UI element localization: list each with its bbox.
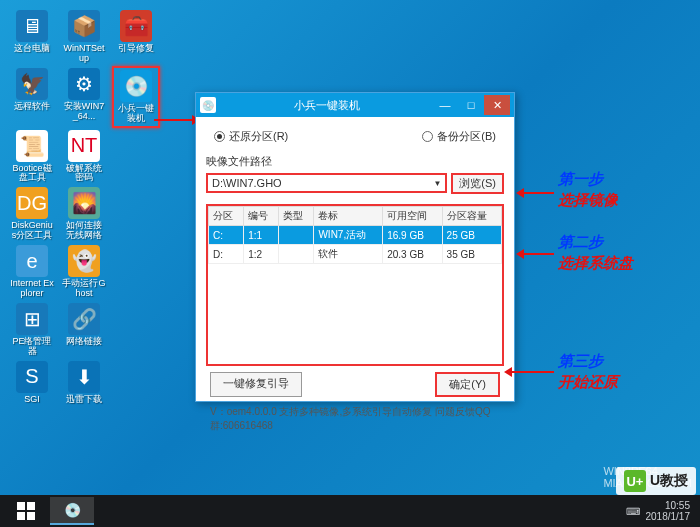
col-header[interactable]: 卷标 xyxy=(314,207,383,226)
icon-label: 手动运行Ghost xyxy=(62,279,106,299)
table-row[interactable]: D:1:2软件20.3 GB35 GB xyxy=(209,245,502,264)
action-label: 开始还原 xyxy=(558,371,618,392)
app-icon: 🖥 xyxy=(16,10,48,42)
desktop-icon[interactable]: 🌄如何连接无线网络 xyxy=(60,185,108,243)
path-value: D:\WIN7.GHO xyxy=(212,177,282,189)
svg-rect-10 xyxy=(17,512,25,520)
app-icon: 💿 xyxy=(120,70,152,102)
col-header[interactable]: 分区容量 xyxy=(442,207,501,226)
icon-label: Bootice磁盘工具 xyxy=(10,164,54,184)
clock[interactable]: 10:55 2018/1/17 xyxy=(646,500,691,522)
app-icon: ⬇ xyxy=(68,361,100,393)
time: 10:55 xyxy=(646,500,691,511)
cell: 软件 xyxy=(314,245,383,264)
desktop-icon[interactable]: ⊞PE络管理器 xyxy=(8,301,56,359)
icon-label: 引导修复 xyxy=(118,44,154,54)
col-header[interactable]: 类型 xyxy=(279,207,314,226)
app-icon: 💿 xyxy=(200,97,216,113)
logo-text: U教授 xyxy=(650,472,688,490)
desktop-icon[interactable]: 🦅远程软件 xyxy=(8,66,56,128)
desktop-icon[interactable]: eInternet Explorer xyxy=(8,243,56,301)
partition-table-wrap: 分区编号类型卷标可用空间分区容量 C:1:1WIN7,活动16.9 GB25 G… xyxy=(206,204,504,366)
app-icon: ⚙ xyxy=(68,68,100,100)
desktop-icon[interactable]: 🧰引导修复 xyxy=(112,8,160,66)
col-header[interactable]: 可用空间 xyxy=(383,207,442,226)
radio-icon xyxy=(422,131,433,142)
col-header[interactable]: 分区 xyxy=(209,207,244,226)
cell: WIN7,活动 xyxy=(314,226,383,245)
app-icon: e xyxy=(16,245,48,277)
arrow-1 xyxy=(152,110,200,130)
radio-label: 备份分区(B) xyxy=(437,129,496,144)
taskbar[interactable]: 💿 ⌨ 10:55 2018/1/17 xyxy=(0,495,700,527)
close-button[interactable]: ✕ xyxy=(484,95,510,115)
app-icon: 🦅 xyxy=(16,68,48,100)
icon-label: 如何连接无线网络 xyxy=(62,221,106,241)
desktop-icon[interactable]: ⬇迅雷下载 xyxy=(60,359,108,407)
svg-rect-8 xyxy=(17,502,25,510)
desktop-icon[interactable]: 📜Bootice磁盘工具 xyxy=(8,128,56,186)
image-path-input[interactable]: D:\WIN7.GHO ▼ xyxy=(206,173,447,193)
app-icon: 📜 xyxy=(16,130,48,162)
window-body: 还原分区(R) 备份分区(B) 映像文件路径 D:\WIN7.GHO ▼ 浏览(… xyxy=(196,117,514,443)
start-button[interactable] xyxy=(4,497,48,525)
browse-button[interactable]: 浏览(S) xyxy=(451,173,504,194)
boot-fix-button[interactable]: 一键修复引导 xyxy=(210,372,302,397)
app-window: 💿 小兵一键装机 ― □ ✕ 还原分区(R) 备份分区(B) 映像文件路径 xyxy=(195,92,515,402)
desktop: 🖥这台电脑📦WinNTSetup🧰引导修复🦅远程软件⚙安装WIN7_64...💿… xyxy=(0,0,700,527)
cell xyxy=(279,226,314,245)
desktop-icon[interactable]: 🖥这台电脑 xyxy=(8,8,56,66)
minimize-button[interactable]: ― xyxy=(432,95,458,115)
window-title: 小兵一键装机 xyxy=(222,98,432,113)
svg-marker-7 xyxy=(504,367,512,377)
desktop-icon[interactable]: DGDiskGenius分区工具 xyxy=(8,185,56,243)
partition-table[interactable]: 分区编号类型卷标可用空间分区容量 C:1:1WIN7,活动16.9 GB25 G… xyxy=(208,206,502,264)
icon-label: SGI xyxy=(24,395,40,405)
restore-radio[interactable]: 还原分区(R) xyxy=(214,129,288,144)
app-icon: 🧰 xyxy=(120,10,152,42)
action-label: 选择镜像 xyxy=(558,189,618,210)
desktop-icon[interactable]: SSGI xyxy=(8,359,56,407)
footer-text: V：oem4.0.0.0 支持多种镜像,多系统引导自动修复 问题反馈QQ群:60… xyxy=(206,403,504,435)
cell: 20.3 GB xyxy=(383,245,442,264)
radio-icon xyxy=(214,131,225,142)
keyboard-icon[interactable]: ⌨ xyxy=(626,506,640,517)
icon-label: 安装WIN7_64... xyxy=(62,102,106,122)
logo-stamp: U+ U教授 xyxy=(616,467,696,495)
table-row[interactable]: C:1:1WIN7,活动16.9 GB25 GB xyxy=(209,226,502,245)
task-app[interactable]: 💿 xyxy=(50,497,94,525)
svg-rect-11 xyxy=(27,512,35,520)
cell xyxy=(279,245,314,264)
arrow-step1 xyxy=(516,186,556,200)
step-label: 第二步 xyxy=(558,231,633,252)
desktop-icon[interactable]: 📦WinNTSetup xyxy=(60,8,108,66)
col-header[interactable]: 编号 xyxy=(244,207,279,226)
desktop-icon[interactable]: NT破解系统密码 xyxy=(60,128,108,186)
desktop-icon[interactable]: ⚙安装WIN7_64... xyxy=(60,66,108,128)
annotation-1: 第一步 选择镜像 xyxy=(558,168,618,210)
svg-marker-3 xyxy=(516,188,524,198)
annotation-3: 第三步 开始还原 xyxy=(558,350,618,392)
radio-label: 还原分区(R) xyxy=(229,129,288,144)
backup-radio[interactable]: 备份分区(B) xyxy=(422,129,496,144)
icon-label: WinNTSetup xyxy=(62,44,106,64)
icon-label: 小兵一键装机 xyxy=(116,104,156,124)
cell: 35 GB xyxy=(442,245,501,264)
cell: 16.9 GB xyxy=(383,226,442,245)
date: 2018/1/17 xyxy=(646,511,691,522)
titlebar[interactable]: 💿 小兵一键装机 ― □ ✕ xyxy=(196,93,514,117)
desktop-icon[interactable]: 👻手动运行Ghost xyxy=(60,243,108,301)
desktop-icon[interactable]: 🔗网络链接 xyxy=(60,301,108,359)
step-label: 第一步 xyxy=(558,168,618,189)
desktop-icons-area: 🖥这台电脑📦WinNTSetup🧰引导修复🦅远程软件⚙安装WIN7_64...💿… xyxy=(8,8,160,407)
logo-icon: U+ xyxy=(624,470,646,492)
system-tray[interactable]: ⌨ 10:55 2018/1/17 xyxy=(626,500,697,522)
maximize-button[interactable]: □ xyxy=(458,95,484,115)
dropdown-icon[interactable]: ▼ xyxy=(433,179,441,188)
icon-label: 破解系统密码 xyxy=(62,164,106,184)
annotation-2: 第二步 选择系统盘 xyxy=(558,231,633,273)
ok-button[interactable]: 确定(Y) xyxy=(435,372,500,397)
app-icon: 🔗 xyxy=(68,303,100,335)
app-icon: 📦 xyxy=(68,10,100,42)
icon-label: Internet Explorer xyxy=(10,279,54,299)
